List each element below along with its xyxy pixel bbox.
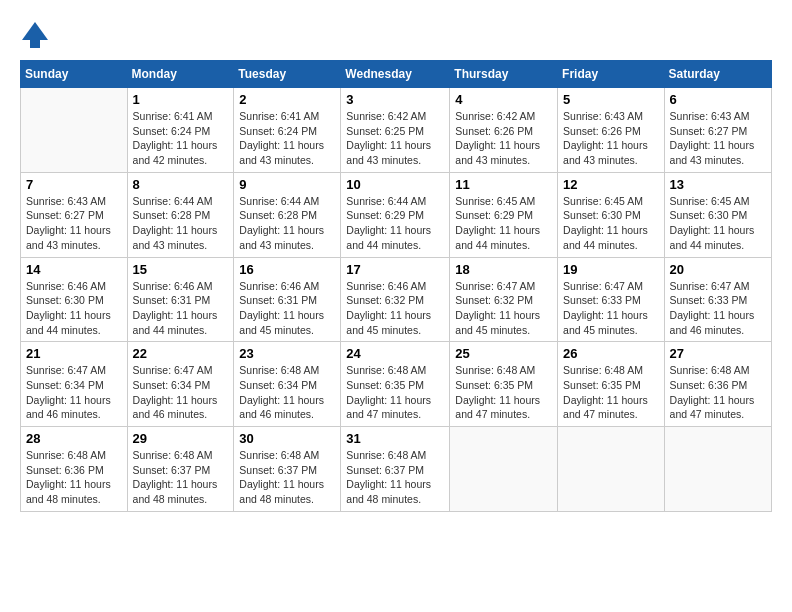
calendar-cell: 1Sunrise: 6:41 AMSunset: 6:24 PMDaylight… [127, 88, 234, 173]
day-info: Sunrise: 6:48 AMSunset: 6:35 PMDaylight:… [346, 363, 444, 422]
day-number: 3 [346, 92, 444, 107]
day-info: Sunrise: 6:41 AMSunset: 6:24 PMDaylight:… [133, 109, 229, 168]
calendar-cell: 20Sunrise: 6:47 AMSunset: 6:33 PMDayligh… [664, 257, 771, 342]
day-number: 12 [563, 177, 659, 192]
day-info: Sunrise: 6:46 AMSunset: 6:30 PMDaylight:… [26, 279, 122, 338]
day-number: 6 [670, 92, 766, 107]
day-info: Sunrise: 6:43 AMSunset: 6:27 PMDaylight:… [26, 194, 122, 253]
calendar-cell [664, 427, 771, 512]
day-number: 27 [670, 346, 766, 361]
calendar-cell: 6Sunrise: 6:43 AMSunset: 6:27 PMDaylight… [664, 88, 771, 173]
calendar-table: SundayMondayTuesdayWednesdayThursdayFrid… [20, 60, 772, 512]
calendar-cell: 31Sunrise: 6:48 AMSunset: 6:37 PMDayligh… [341, 427, 450, 512]
calendar-cell: 5Sunrise: 6:43 AMSunset: 6:26 PMDaylight… [558, 88, 665, 173]
day-number: 8 [133, 177, 229, 192]
calendar-cell: 3Sunrise: 6:42 AMSunset: 6:25 PMDaylight… [341, 88, 450, 173]
day-info: Sunrise: 6:47 AMSunset: 6:34 PMDaylight:… [133, 363, 229, 422]
day-number: 4 [455, 92, 552, 107]
day-info: Sunrise: 6:48 AMSunset: 6:37 PMDaylight:… [346, 448, 444, 507]
calendar-cell: 19Sunrise: 6:47 AMSunset: 6:33 PMDayligh… [558, 257, 665, 342]
calendar-header-row: SundayMondayTuesdayWednesdayThursdayFrid… [21, 61, 772, 88]
day-number: 22 [133, 346, 229, 361]
day-number: 16 [239, 262, 335, 277]
day-number: 15 [133, 262, 229, 277]
day-info: Sunrise: 6:48 AMSunset: 6:37 PMDaylight:… [133, 448, 229, 507]
calendar-cell: 22Sunrise: 6:47 AMSunset: 6:34 PMDayligh… [127, 342, 234, 427]
day-number: 17 [346, 262, 444, 277]
day-info: Sunrise: 6:47 AMSunset: 6:34 PMDaylight:… [26, 363, 122, 422]
day-number: 18 [455, 262, 552, 277]
day-info: Sunrise: 6:45 AMSunset: 6:30 PMDaylight:… [563, 194, 659, 253]
calendar-cell: 12Sunrise: 6:45 AMSunset: 6:30 PMDayligh… [558, 172, 665, 257]
calendar-week-row: 21Sunrise: 6:47 AMSunset: 6:34 PMDayligh… [21, 342, 772, 427]
day-info: Sunrise: 6:46 AMSunset: 6:31 PMDaylight:… [133, 279, 229, 338]
calendar-cell: 10Sunrise: 6:44 AMSunset: 6:29 PMDayligh… [341, 172, 450, 257]
calendar-cell [558, 427, 665, 512]
day-info: Sunrise: 6:46 AMSunset: 6:31 PMDaylight:… [239, 279, 335, 338]
day-info: Sunrise: 6:43 AMSunset: 6:26 PMDaylight:… [563, 109, 659, 168]
calendar-cell: 28Sunrise: 6:48 AMSunset: 6:36 PMDayligh… [21, 427, 128, 512]
day-number: 19 [563, 262, 659, 277]
day-info: Sunrise: 6:46 AMSunset: 6:32 PMDaylight:… [346, 279, 444, 338]
day-number: 29 [133, 431, 229, 446]
calendar-cell: 9Sunrise: 6:44 AMSunset: 6:28 PMDaylight… [234, 172, 341, 257]
calendar-cell [450, 427, 558, 512]
day-header-thursday: Thursday [450, 61, 558, 88]
day-number: 24 [346, 346, 444, 361]
calendar-week-row: 14Sunrise: 6:46 AMSunset: 6:30 PMDayligh… [21, 257, 772, 342]
calendar-week-row: 28Sunrise: 6:48 AMSunset: 6:36 PMDayligh… [21, 427, 772, 512]
calendar-cell: 8Sunrise: 6:44 AMSunset: 6:28 PMDaylight… [127, 172, 234, 257]
day-number: 2 [239, 92, 335, 107]
svg-rect-1 [30, 40, 40, 48]
logo-icon [20, 20, 50, 50]
day-number: 5 [563, 92, 659, 107]
calendar-cell: 29Sunrise: 6:48 AMSunset: 6:37 PMDayligh… [127, 427, 234, 512]
day-info: Sunrise: 6:44 AMSunset: 6:28 PMDaylight:… [239, 194, 335, 253]
svg-marker-0 [22, 22, 48, 40]
day-number: 25 [455, 346, 552, 361]
calendar-cell: 13Sunrise: 6:45 AMSunset: 6:30 PMDayligh… [664, 172, 771, 257]
calendar-cell: 15Sunrise: 6:46 AMSunset: 6:31 PMDayligh… [127, 257, 234, 342]
calendar-week-row: 7Sunrise: 6:43 AMSunset: 6:27 PMDaylight… [21, 172, 772, 257]
day-number: 30 [239, 431, 335, 446]
calendar-cell: 2Sunrise: 6:41 AMSunset: 6:24 PMDaylight… [234, 88, 341, 173]
calendar-cell: 26Sunrise: 6:48 AMSunset: 6:35 PMDayligh… [558, 342, 665, 427]
logo [20, 20, 54, 50]
day-number: 13 [670, 177, 766, 192]
day-info: Sunrise: 6:42 AMSunset: 6:26 PMDaylight:… [455, 109, 552, 168]
day-info: Sunrise: 6:48 AMSunset: 6:35 PMDaylight:… [455, 363, 552, 422]
day-info: Sunrise: 6:48 AMSunset: 6:36 PMDaylight:… [26, 448, 122, 507]
calendar-cell: 16Sunrise: 6:46 AMSunset: 6:31 PMDayligh… [234, 257, 341, 342]
day-number: 11 [455, 177, 552, 192]
calendar-cell: 11Sunrise: 6:45 AMSunset: 6:29 PMDayligh… [450, 172, 558, 257]
day-info: Sunrise: 6:45 AMSunset: 6:29 PMDaylight:… [455, 194, 552, 253]
day-number: 31 [346, 431, 444, 446]
day-info: Sunrise: 6:48 AMSunset: 6:34 PMDaylight:… [239, 363, 335, 422]
day-info: Sunrise: 6:48 AMSunset: 6:37 PMDaylight:… [239, 448, 335, 507]
day-number: 7 [26, 177, 122, 192]
calendar-cell: 18Sunrise: 6:47 AMSunset: 6:32 PMDayligh… [450, 257, 558, 342]
calendar-cell: 24Sunrise: 6:48 AMSunset: 6:35 PMDayligh… [341, 342, 450, 427]
calendar-cell [21, 88, 128, 173]
day-info: Sunrise: 6:43 AMSunset: 6:27 PMDaylight:… [670, 109, 766, 168]
day-number: 23 [239, 346, 335, 361]
day-header-saturday: Saturday [664, 61, 771, 88]
day-header-monday: Monday [127, 61, 234, 88]
calendar-cell: 14Sunrise: 6:46 AMSunset: 6:30 PMDayligh… [21, 257, 128, 342]
day-number: 1 [133, 92, 229, 107]
day-info: Sunrise: 6:41 AMSunset: 6:24 PMDaylight:… [239, 109, 335, 168]
calendar-cell: 25Sunrise: 6:48 AMSunset: 6:35 PMDayligh… [450, 342, 558, 427]
day-number: 10 [346, 177, 444, 192]
calendar-cell: 4Sunrise: 6:42 AMSunset: 6:26 PMDaylight… [450, 88, 558, 173]
calendar-cell: 21Sunrise: 6:47 AMSunset: 6:34 PMDayligh… [21, 342, 128, 427]
day-header-tuesday: Tuesday [234, 61, 341, 88]
day-header-sunday: Sunday [21, 61, 128, 88]
day-number: 26 [563, 346, 659, 361]
page-header [20, 20, 772, 50]
day-number: 28 [26, 431, 122, 446]
calendar-cell: 30Sunrise: 6:48 AMSunset: 6:37 PMDayligh… [234, 427, 341, 512]
day-header-wednesday: Wednesday [341, 61, 450, 88]
day-header-friday: Friday [558, 61, 665, 88]
day-info: Sunrise: 6:42 AMSunset: 6:25 PMDaylight:… [346, 109, 444, 168]
day-info: Sunrise: 6:47 AMSunset: 6:33 PMDaylight:… [670, 279, 766, 338]
